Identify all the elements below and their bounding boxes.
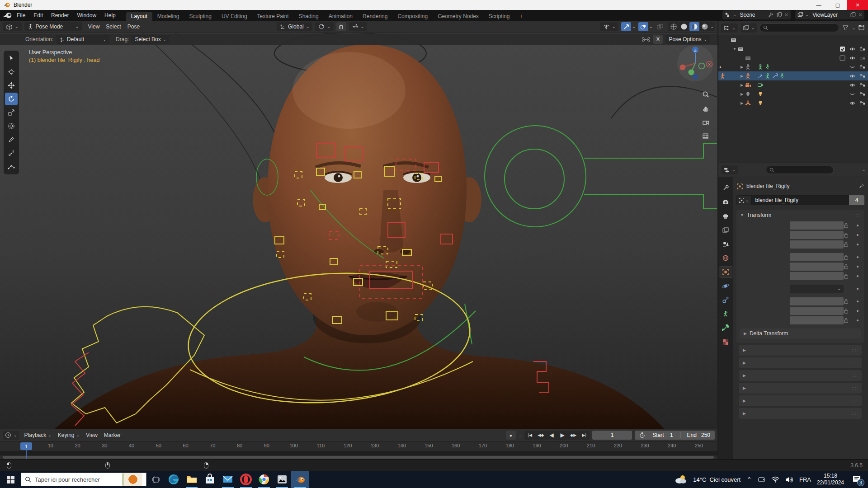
animate-dot[interactable]: ● <box>854 274 861 278</box>
properties-tab-render[interactable] <box>719 197 732 207</box>
volume-icon[interactable] <box>785 476 793 483</box>
properties-tab-output[interactable] <box>719 211 732 221</box>
animate-dot[interactable]: ● <box>854 233 861 237</box>
shading-material-preview[interactable] <box>689 22 699 31</box>
panel-visibility[interactable]: ▶:::: <box>739 383 862 394</box>
mode-selector[interactable]: Pose Mode ⌄ <box>24 22 82 31</box>
eye-closed-icon[interactable] <box>849 64 855 70</box>
taskbar-app-explorer[interactable] <box>183 471 201 488</box>
workspace-tab-+[interactable]: + <box>515 12 528 21</box>
auto-keying-button[interactable]: ● <box>506 431 516 440</box>
tool-transform[interactable] <box>5 120 18 132</box>
lock-icon[interactable] <box>844 223 854 228</box>
viewport-menu-select[interactable]: Select <box>103 23 124 30</box>
maximize-button[interactable]: ▢ <box>828 0 847 10</box>
animate-dot[interactable]: ● <box>854 318 861 323</box>
lock-icon[interactable] <box>844 308 854 314</box>
animate-dot[interactable]: ● <box>854 299 861 304</box>
animate-dot[interactable]: ● <box>854 286 861 291</box>
outliner-row-scene-collection[interactable] <box>718 35 868 44</box>
clock[interactable]: 15:18 22/01/2024 <box>817 473 844 486</box>
new-scene-icon[interactable] <box>776 12 783 18</box>
viewport-menu-view[interactable]: View <box>85 23 103 30</box>
tool-pose-breakdowner[interactable] <box>5 160 18 173</box>
eye-closed-icon[interactable] <box>849 91 855 97</box>
blender-app-icon[interactable] <box>3 12 13 19</box>
object-visibility-dropdown[interactable]: ⌄ <box>600 22 619 31</box>
value-field[interactable] <box>790 307 844 315</box>
camera-on-icon[interactable] <box>859 46 865 52</box>
close-button[interactable]: ✕ <box>847 0 868 10</box>
taskbar-app-blender[interactable] <box>291 471 309 488</box>
animate-dot[interactable]: ● <box>854 223 861 228</box>
pin-icon[interactable] <box>858 183 864 189</box>
panel-collections[interactable]: ▶:::: <box>739 357 862 368</box>
expander-icon[interactable]: ▼ <box>732 47 737 51</box>
viewlayer-selector[interactable]: ⌄ ViewLayer ✕ <box>795 10 864 19</box>
x-mirror-icon[interactable] <box>642 36 650 42</box>
menu-help[interactable]: Help <box>100 10 120 21</box>
auto-keying-dropdown[interactable]: ⌄ <box>519 433 522 437</box>
animate-dot[interactable]: ● <box>854 255 861 259</box>
wifi-icon[interactable] <box>771 476 779 483</box>
lock-icon[interactable] <box>844 254 854 260</box>
workspace-tab-shading[interactable]: Shading <box>294 12 324 21</box>
workspace-tab-animation[interactable]: Animation <box>324 12 358 21</box>
expander-icon[interactable]: ▶ <box>739 65 745 69</box>
taskbar-app-opera[interactable] <box>237 471 255 488</box>
filter-dropdown[interactable]: ⌄ <box>852 26 855 30</box>
gizmos-dropdown[interactable]: ⌄ <box>632 24 636 29</box>
properties-editor-type-button[interactable]: ⌄ <box>721 165 738 174</box>
taskbar-app-photos[interactable] <box>273 471 291 488</box>
tool-measure[interactable] <box>5 147 18 160</box>
shading-dropdown[interactable]: ⌄ <box>710 24 714 29</box>
weather-label[interactable]: 14°C Ciel couvert <box>693 476 741 483</box>
prev-keyframe-button[interactable]: ◀◆ <box>535 431 546 440</box>
workspace-tab-geometry-nodes[interactable]: Geometry Nodes <box>433 12 484 21</box>
properties-tab-constraints[interactable] <box>719 295 732 305</box>
checkbox-off-icon[interactable] <box>840 55 845 61</box>
delta-transform-panel[interactable]: ▶ Delta Transform <box>740 328 861 338</box>
camera-on-icon[interactable] <box>859 100 865 106</box>
camera-off-icon[interactable] <box>859 55 865 61</box>
lock-icon[interactable] <box>844 273 854 279</box>
tool-orientation-dropdown[interactable]: Default ⌄ <box>56 35 109 44</box>
tool-cursor[interactable] <box>5 66 18 78</box>
lock-icon[interactable] <box>844 299 854 304</box>
camera-on-icon[interactable] <box>859 73 865 79</box>
playhead-line[interactable] <box>26 449 27 460</box>
tool-annotate[interactable] <box>5 133 18 146</box>
tool-select-box[interactable] <box>5 52 18 65</box>
panel-relations[interactable]: ▶:::: <box>739 345 862 356</box>
timeline-menu-playback[interactable]: Playback ⌄ <box>21 432 55 438</box>
workspace-tab-layout[interactable]: Layout <box>126 12 152 21</box>
3d-viewport[interactable]: ⌄ Pose Mode ⌄ ViewSelectPose Global ⌄ ⌄ <box>0 21 717 429</box>
properties-tab-scene[interactable] <box>719 239 732 249</box>
properties-tab-tool[interactable] <box>719 183 732 193</box>
timeline-menu-marker[interactable]: Marker <box>101 432 124 438</box>
outliner-row-blender-file-metarig[interactable]: ●▶ <box>718 62 868 71</box>
editor-type-button[interactable]: ⌄ <box>3 22 22 31</box>
shading-rendered[interactable] <box>700 22 710 31</box>
users-count-button[interactable]: 4 <box>849 195 864 205</box>
snap-toggle[interactable] <box>336 22 346 31</box>
properties-search-input[interactable] <box>766 166 834 174</box>
pose-options-dropdown[interactable]: Pose Options ⌄ <box>665 35 710 44</box>
camera-on-icon[interactable] <box>859 64 865 70</box>
outliner-display-mode-dropdown[interactable]: ⌄ <box>741 23 757 33</box>
taskbar-app-chrome[interactable] <box>255 471 273 488</box>
toggle-ortho-icon[interactable] <box>700 131 712 142</box>
expander-icon[interactable]: ▶ <box>739 101 745 105</box>
properties-tab-world[interactable] <box>719 253 732 263</box>
animate-dot[interactable]: ● <box>854 242 861 247</box>
eye-open-icon[interactable] <box>849 100 855 106</box>
tool-scale[interactable] <box>5 106 18 119</box>
scene-selector[interactable]: ⌄ Scene ✕ <box>722 10 791 19</box>
value-field[interactable] <box>790 297 844 305</box>
properties-tab-object[interactable] <box>719 267 732 277</box>
tool-move[interactable] <box>5 79 18 92</box>
checkbox-on-icon[interactable] <box>840 46 845 52</box>
camera-view-icon[interactable] <box>700 117 712 128</box>
value-field[interactable] <box>790 221 844 230</box>
value-field[interactable] <box>790 272 844 280</box>
